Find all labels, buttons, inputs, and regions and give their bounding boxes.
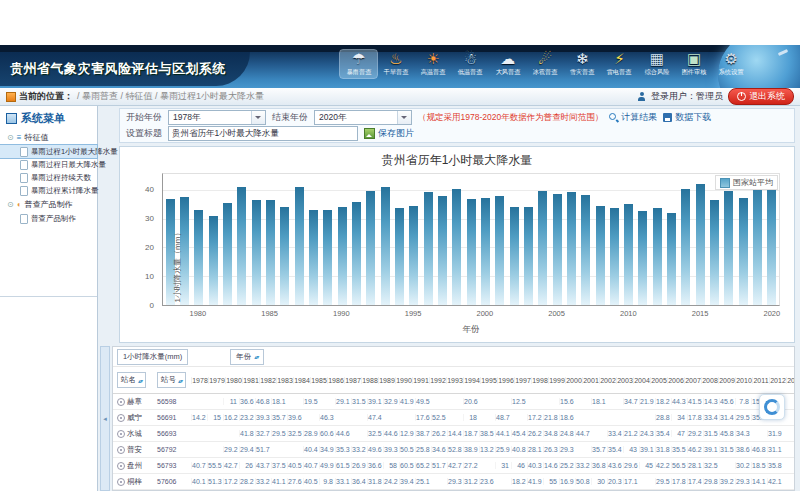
sort-arrows-icon: ▴▾ (254, 353, 258, 360)
bar-series (163, 174, 779, 305)
menu-icon (6, 113, 17, 124)
row-radio[interactable] (117, 462, 125, 470)
value-cell: 36.4 (351, 478, 367, 485)
year-column-header: 1991 (412, 377, 429, 384)
sidebar-item[interactable]: 暴雨过程1小时最大降水量 (0, 145, 97, 158)
bar-1985 (266, 200, 275, 305)
x-tick-label (565, 309, 579, 320)
row-radio[interactable] (117, 446, 125, 454)
year-column-header: 2008 (701, 377, 718, 384)
year-column-header: 2002 (599, 377, 616, 384)
station-name-header[interactable]: 站名 ▴▾ (117, 372, 146, 388)
value-cell: 35.7 (271, 414, 287, 421)
nav-lightning-survey[interactable]: ⚡雷电普查 (601, 50, 638, 78)
value-cell: 46.8 (255, 398, 271, 405)
nav-snow-survey[interactable]: ❄雪灾普查 (564, 50, 601, 78)
year-sort-box[interactable]: 年份 ▴▾ (230, 349, 264, 365)
table-row[interactable]: 赫章565981136.646.818.119.529.131.539.132.… (113, 394, 794, 410)
nav-hail-survey[interactable]: ☄冰雹普查 (526, 50, 563, 78)
value-cell: 12.9 (399, 430, 415, 437)
bar-slot (235, 174, 249, 305)
end-year-select[interactable]: 2020年 (314, 110, 412, 125)
bar-2004 (538, 191, 547, 305)
file-icon (20, 160, 28, 170)
value-cell: 52.5 (431, 414, 447, 421)
value-cell: 51.7 (431, 462, 447, 469)
value-cell: 42.2 (655, 462, 671, 469)
x-tick-label (162, 309, 176, 320)
bar-slot (664, 174, 678, 305)
station-id-header[interactable]: 站号 ▴▾ (157, 372, 186, 388)
value-cell: 65.2 (415, 462, 431, 469)
value-cell: 16.9 (559, 478, 575, 485)
bar-1991 (352, 202, 361, 305)
sidebar-item[interactable]: 暴雨过程日最大降水量 (0, 158, 97, 171)
year-column-header: 1989 (378, 377, 395, 384)
nav-drought-survey[interactable]: ♨干旱普查 (377, 50, 414, 78)
file-icon (20, 173, 28, 183)
y-tick-label: 20 (145, 243, 154, 252)
value-cell: 40.8 (511, 446, 527, 453)
loading-spinner (759, 394, 785, 420)
row-radio[interactable] (117, 398, 125, 406)
value-cell: 45 (639, 462, 655, 469)
calculate-button[interactable]: 计算结果 (609, 111, 657, 124)
row-radio[interactable] (117, 414, 125, 422)
value-cell: 46.8 (751, 446, 767, 453)
value-cell: 32.5 (703, 462, 719, 469)
logout-button[interactable]: 退出系统 (728, 88, 794, 105)
sidebar-item[interactable]: 暴雨过程累计降水量 (0, 184, 97, 197)
bar-1981 (209, 216, 218, 305)
table-row[interactable]: 水城5669341.832.729.532.528.960.644.632.54… (113, 426, 794, 442)
station-name-cell: 普安 (113, 445, 157, 455)
value-cell: 49.5 (415, 398, 431, 405)
bar-1998 (452, 189, 461, 305)
value-cell: 44.7 (575, 430, 591, 437)
year-column-header: 1980 (225, 377, 242, 384)
nav-high-temp-survey[interactable]: ☀高温普查 (415, 50, 452, 78)
nav-comprehensive-risk[interactable]: ▦综合风险 (638, 50, 675, 78)
value-cell: 34.9 (319, 446, 335, 453)
row-radio[interactable] (117, 478, 125, 486)
value-cell: 14.6 (543, 462, 559, 469)
value-cell: 44.6 (335, 430, 351, 437)
table-row[interactable]: 桐梓5760640.151.317.228.233.241.127.640.59… (113, 474, 794, 490)
sidebar-item-label: 暴雨过程累计降水量 (31, 186, 99, 196)
year-column-header: 2006 (667, 377, 684, 384)
bar-1980 (194, 210, 203, 305)
sidebar-group-feature-values[interactable]: ⊙≡特征值 (0, 130, 97, 145)
nav-map-review[interactable]: ▣图件审核 (675, 50, 712, 78)
bar-1997 (438, 196, 447, 305)
x-tick-label (722, 309, 736, 320)
table-row[interactable]: 盘州5679340.755.542.72643.737.540.540.749.… (113, 458, 794, 474)
bar-slot (636, 174, 650, 305)
nav-system-settings[interactable]: ⚙系统设置 (713, 50, 750, 78)
value-cell: 25.1 (415, 478, 431, 485)
year-column-header: 1981 (242, 377, 259, 384)
table-row[interactable]: 威宁5669114.21516.223.239.335.739.646.347.… (113, 410, 794, 426)
nav-gale-survey[interactable]: ☁大风普查 (489, 50, 526, 78)
year-column-header: 1985 (310, 377, 327, 384)
value-cell: 17.2 (527, 414, 543, 421)
value-cell: 9.8 (319, 478, 335, 485)
bar-slot (607, 174, 621, 305)
row-radio[interactable] (117, 430, 125, 438)
file-icon (20, 186, 28, 196)
sidebar-item[interactable]: 暴雨过程持续天数 (0, 171, 97, 184)
station-id-cell: 56693 (157, 430, 191, 437)
y-tick-label: 40 (145, 185, 154, 194)
collapse-handle[interactable]: ◂ (100, 346, 110, 491)
table-row[interactable]: 普安5679229.229.451.740.434.935.333.249.63… (113, 442, 794, 458)
breadcrumb: / 暴雨普查 / 特征值 / 暴雨过程1小时最大降水量 (77, 90, 264, 103)
sidebar-group-survey-products[interactable]: ⊙◐普查产品制作 (0, 197, 97, 212)
download-data-button[interactable]: 数据下载 (663, 111, 711, 124)
chart-title-input[interactable] (168, 126, 358, 141)
chart-legend[interactable]: 国家站平均 (715, 175, 778, 190)
nav-rainstorm-survey[interactable]: ☂暴雨普查 (340, 50, 377, 78)
nav-low-temp-survey[interactable]: ☃低温普查 (452, 50, 489, 78)
sidebar-item[interactable]: 普查产品制作 (0, 212, 97, 225)
sidebar-group-label: 特征值 (24, 132, 48, 143)
save-image-button[interactable]: 保存图片 (364, 127, 414, 140)
bar-1988 (309, 210, 318, 305)
start-year-select[interactable]: 1978年 (168, 110, 266, 125)
